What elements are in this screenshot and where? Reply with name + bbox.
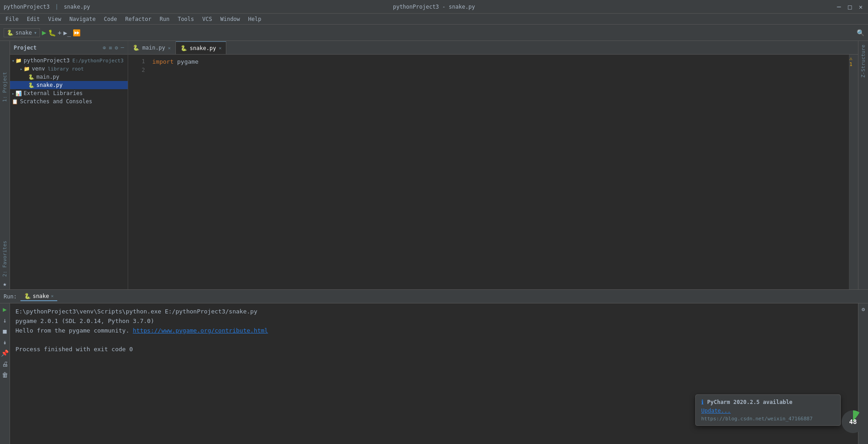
tree-item-snake-py[interactable]: 🐍 snake.py (10, 81, 128, 89)
run-config-label: snake (15, 30, 32, 36)
sidebar-item-project[interactable]: 1: Project (1, 68, 9, 106)
tree-item-venv[interactable]: ▸ 📁 venv library root (10, 65, 128, 73)
menu-edit[interactable]: Edit (23, 15, 44, 23)
chevron-right-icon: ▸ (20, 66, 23, 71)
toolbar-left: 🐍 snake ▾ ▶ 🐛 + ▶̲ ⏩ (4, 28, 80, 37)
menu-window[interactable]: Window (217, 15, 244, 23)
editor-scrollbar-right[interactable]: ⚠ 1 (849, 55, 858, 289)
notification-body: Update... (701, 408, 835, 414)
project-tree: ▾ 📁 pythonProject3 E:/pythonProject3 ▸ 📁… (10, 55, 128, 289)
run-again-button[interactable]: ▶ (1, 305, 9, 313)
title-file-name: snake.py (64, 4, 90, 10)
tab-snake-py[interactable]: 🐍 snake.py ✕ (176, 41, 227, 54)
content-area: 1: Project 2: Favorites ★ Project ⊕ ≡ ⚙ … (0, 41, 868, 289)
print-button[interactable]: 🖨 (1, 360, 9, 368)
snake-py-tab-close[interactable]: ✕ (219, 45, 221, 50)
terminal-line-1: E:\pythonProject3\venv\Scripts\python.ex… (15, 307, 853, 317)
search-everywhere-button[interactable]: 🔍 (857, 29, 864, 36)
app-project-title: pythonProject3 (4, 4, 50, 10)
bookmark-icon[interactable]: ★ (3, 280, 6, 288)
bottom-tab-snake[interactable]: 🐍 snake ✕ (20, 292, 57, 301)
snake-py-icon: 🐍 (28, 82, 35, 88)
delete-button[interactable]: 🗑 (1, 371, 9, 379)
add-config-button[interactable]: + (58, 29, 61, 36)
stop-button[interactable]: ■ (1, 327, 9, 335)
menu-navigate[interactable]: Navigate (66, 15, 100, 23)
main-py-tab-label: main.py (142, 45, 165, 51)
minimize-button[interactable]: ─ (835, 3, 843, 10)
project-root-label: pythonProject3 (24, 57, 70, 64)
notification-title: PyCharm 2020.2.5 available (707, 399, 793, 405)
line-num-2: 2 (128, 66, 145, 75)
warning-indicator: ⚠ 1 (849, 56, 857, 67)
project-panel: Project ⊕ ≡ ⚙ ─ ▾ 📁 pythonProject3 E:/py… (10, 41, 128, 289)
profile-button[interactable]: ⏩ (73, 29, 80, 36)
title-separator: | (55, 4, 58, 10)
menu-file[interactable]: File (2, 15, 22, 23)
menu-refactor[interactable]: Refactor (121, 15, 155, 23)
ext-libs-icon: 📊 (15, 91, 23, 96)
sidebar-item-favorites[interactable]: 2: Favorites (1, 237, 9, 280)
title-bar-center: pythonProject3 - snake.py (393, 4, 475, 10)
add-content-root-icon[interactable]: ⊕ (103, 45, 106, 51)
debug-button[interactable]: 🐛 (48, 29, 56, 36)
menu-vcs[interactable]: VCS (199, 15, 216, 23)
info-icon: ℹ (701, 399, 703, 406)
editor-content[interactable]: import pygame (149, 55, 849, 289)
scratches-label: Scratches and Consoles (20, 98, 92, 105)
main-py-tab-icon: 🐍 (133, 45, 140, 51)
editor-line-1: import pygame (152, 57, 845, 67)
menu-tools[interactable]: Tools (174, 15, 198, 23)
project-root-path: E:/pythonProject3 (72, 58, 124, 64)
menu-run[interactable]: Run (156, 15, 173, 23)
venv-secondary: library root (48, 66, 84, 72)
close-button[interactable]: ✕ (857, 3, 864, 10)
main-py-tab-close[interactable]: ✕ (168, 45, 171, 50)
terminal-line-2: pygame 2.0.1 (SDL 2.0.14, Python 3.7.0) (15, 317, 853, 326)
bottom-left-icons: ▶ ↓ ■ ↡ 📌 🖨 🗑 (0, 303, 10, 444)
terminal-settings-icon[interactable]: ⚙ (859, 305, 868, 313)
snake-run-icon: 🐍 (7, 30, 14, 36)
minimize-panel-icon[interactable]: ─ (121, 45, 124, 51)
menu-help[interactable]: Help (244, 15, 265, 23)
snake-py-tab-label: snake.py (190, 45, 216, 51)
menu-code[interactable]: Code (100, 15, 121, 23)
main-py-icon: 🐍 (28, 74, 35, 80)
memory-indicator[interactable]: 48 (842, 410, 864, 433)
settings-icon[interactable]: ⚙ (115, 45, 118, 51)
chevron-down-icon: ▾ (34, 30, 37, 36)
run-tab-close[interactable]: ✕ (51, 293, 54, 298)
panel-header-icons: ⊕ ≡ ⚙ ─ (103, 45, 124, 51)
update-link[interactable]: Update... (701, 408, 731, 414)
toolbar-right: 🔍 (857, 29, 864, 36)
menu-view[interactable]: View (45, 15, 65, 23)
project-panel-title: Project (14, 45, 100, 51)
run-label: Run: (4, 293, 17, 300)
pin-tab-button[interactable]: 📌 (1, 349, 9, 357)
tree-root[interactable]: ▾ 📁 pythonProject3 E:/pythonProject3 (10, 56, 128, 65)
collapse-all-icon[interactable]: ≡ (109, 45, 112, 51)
left-side-tabs: 1: Project 2: Favorites ★ (0, 41, 10, 289)
run-button[interactable]: ▶ (42, 28, 46, 37)
tree-item-scratches[interactable]: 📋 Scratches and Consoles (10, 97, 128, 106)
maximize-button[interactable]: □ (846, 3, 853, 10)
bottom-tabs-bar: Run: 🐍 snake ✕ (0, 290, 868, 303)
project-folder-icon: 📁 (15, 58, 23, 64)
pygame-link[interactable]: https://www.pygame.org/contribute.html (133, 327, 268, 334)
notification-popup: ℹ PyCharm 2020.2.5 available Update... h… (695, 394, 841, 426)
run-config-dropdown[interactable]: 🐍 snake ▾ (4, 28, 40, 37)
snake-py-label: snake.py (36, 82, 63, 88)
run-tab-snake-label: snake (33, 293, 49, 299)
tab-main-py[interactable]: 🐍 main.py ✕ (128, 41, 176, 54)
tree-item-main-py[interactable]: 🐍 main.py (10, 73, 128, 81)
scroll-end-button[interactable]: ↡ (1, 338, 9, 346)
module-pygame: pygame (177, 58, 199, 65)
scroll-down-button[interactable]: ↓ (1, 316, 9, 324)
z-structure-tab[interactable]: Z-Structure (859, 41, 867, 81)
terminal-line-5: Process finished with exit code 0 (15, 345, 853, 354)
main-py-label: main.py (36, 74, 60, 80)
main-layout: 1: Project 2: Favorites ★ Project ⊕ ≡ ⚙ … (0, 41, 868, 444)
tree-item-external-libs[interactable]: ▸ 📊 External Libraries (10, 89, 128, 97)
coverage-button[interactable]: ▶̲ (63, 29, 71, 36)
editor-line-2 (152, 67, 845, 76)
